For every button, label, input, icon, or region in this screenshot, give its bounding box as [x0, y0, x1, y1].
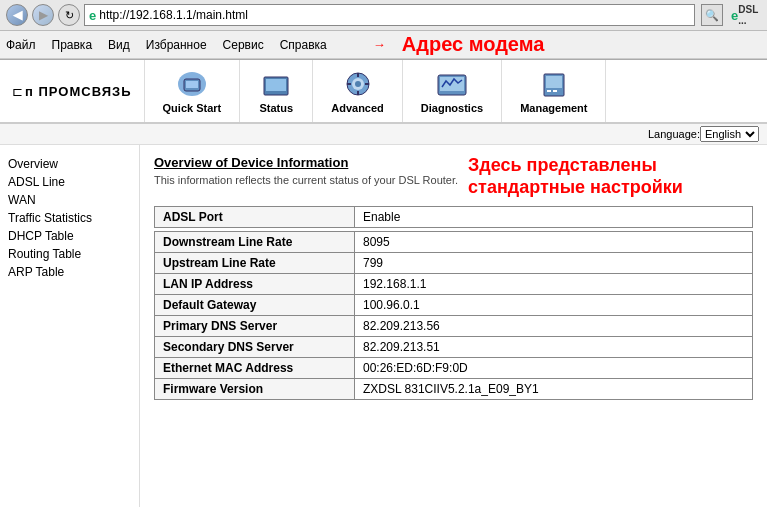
nav-status[interactable]: Status: [240, 60, 313, 122]
search-button[interactable]: 🔍: [701, 4, 723, 26]
sidebar-item-overview[interactable]: Overview: [8, 155, 131, 173]
label-secondary-dns: Secondary DNS Server: [155, 337, 355, 358]
arrow-annotation: →: [373, 37, 386, 52]
table-row-adsl-port: ADSL Port Enable: [155, 207, 753, 228]
management-icon: [536, 68, 572, 100]
nav-quick-start[interactable]: Quick Start: [145, 60, 241, 122]
value-primary-dns: 82.209.213.56: [355, 316, 753, 337]
page-header: ⊏ п ПРОМСВЯЗЬ Quick Start: [0, 60, 767, 124]
header-top: ⊏ п ПРОМСВЯЗЬ Quick Start: [0, 60, 767, 122]
menu-help[interactable]: Справка: [280, 38, 327, 52]
label-primary-dns: Primary DNS Server: [155, 316, 355, 337]
label-default-gateway: Default Gateway: [155, 295, 355, 316]
table-row-downstream: Downstream Line Rate 8095: [155, 232, 753, 253]
status-icon: [258, 68, 294, 100]
back-button[interactable]: ◀: [6, 4, 28, 26]
nav-diagnostics[interactable]: Diagnostics: [403, 60, 502, 122]
nav-advanced-label: Advanced: [331, 102, 384, 114]
svg-rect-18: [553, 90, 557, 92]
logo-area: ⊏ п ПРОМСВЯЗЬ: [0, 60, 145, 122]
svg-point-8: [355, 81, 361, 87]
table-row-mac: Ethernet MAC Address 00:26:ED:6D:F9:0D: [155, 358, 753, 379]
forward-button[interactable]: ▶: [32, 4, 54, 26]
browser-logo-text: e DSL ...: [731, 4, 761, 26]
sidebar-item-wan[interactable]: WAN: [8, 191, 131, 209]
address-annotation: Адрес модема: [402, 33, 545, 56]
address-bar: e: [84, 4, 695, 26]
value-firmware: ZXDSL 831CIIV5.2.1a_E09_BY1: [355, 379, 753, 400]
nav-status-label: Status: [259, 102, 293, 114]
label-adsl-port: ADSL Port: [155, 207, 355, 228]
nav-management[interactable]: Management: [502, 60, 606, 122]
nav-diagnostics-label: Diagnostics: [421, 102, 483, 114]
refresh-button[interactable]: ↻: [58, 4, 80, 26]
logo-text: п ПРОМСВЯЗЬ: [25, 84, 132, 99]
address-input[interactable]: [99, 8, 690, 22]
value-downstream: 8095: [355, 232, 753, 253]
value-upstream: 799: [355, 253, 753, 274]
ie-icon: e: [89, 8, 96, 23]
sidebar-item-adsl-line[interactable]: ADSL Line: [8, 173, 131, 191]
svg-rect-17: [547, 90, 551, 92]
language-select[interactable]: English: [700, 126, 759, 142]
label-lan-ip: LAN IP Address: [155, 274, 355, 295]
value-mac: 00:26:ED:6D:F9:0D: [355, 358, 753, 379]
label-firmware: Firmware Version: [155, 379, 355, 400]
sidebar-item-arp-table[interactable]: ARP Table: [8, 263, 131, 281]
sidebar-item-dhcp-table[interactable]: DHCP Table: [8, 227, 131, 245]
nav-advanced[interactable]: Advanced: [313, 60, 403, 122]
menu-bar: Файл Правка Вид Избранное Сервис Справка…: [0, 31, 767, 59]
label-downstream: Downstream Line Rate: [155, 232, 355, 253]
table-row-primary-dns: Primary DNS Server 82.209.213.56: [155, 316, 753, 337]
table-row-default-gateway: Default Gateway 100.96.0.1: [155, 295, 753, 316]
menu-favorites[interactable]: Избранное: [146, 38, 207, 52]
language-label: Language:: [648, 128, 700, 140]
info-table: ADSL Port Enable Downstream Line Rate 80…: [154, 206, 753, 400]
svg-rect-16: [546, 76, 562, 88]
main-content: Overview ADSL Line WAN Traffic Statistic…: [0, 145, 767, 507]
menu-edit[interactable]: Правка: [52, 38, 93, 52]
content-title: Overview of Device Information: [154, 155, 458, 170]
diagnostics-icon: [434, 68, 470, 100]
value-adsl-port: Enable: [355, 207, 753, 228]
table-row-secondary-dns: Secondary DNS Server 82.209.213.51: [155, 337, 753, 358]
value-default-gateway: 100.96.0.1: [355, 295, 753, 316]
advanced-icon: [340, 68, 376, 100]
content-annotation: Здесь представлены стандартные настройки: [468, 155, 683, 198]
browser-chrome: ◀ ▶ ↻ e 🔍 e DSL ... Файл Правка Вид Избр…: [0, 0, 767, 60]
quick-start-icon: [174, 68, 210, 100]
nav-quick-start-label: Quick Start: [163, 102, 222, 114]
content-subtitle: This information reflects the current st…: [154, 174, 458, 186]
sidebar-item-routing-table[interactable]: Routing Table: [8, 245, 131, 263]
svg-rect-5: [272, 91, 280, 94]
browser-toolbar: ◀ ▶ ↻ e 🔍 e DSL ...: [0, 0, 767, 31]
svg-rect-2: [186, 81, 198, 88]
menu-view[interactable]: Вид: [108, 38, 130, 52]
menu-service[interactable]: Сервис: [223, 38, 264, 52]
table-row-upstream: Upstream Line Rate 799: [155, 253, 753, 274]
sidebar: Overview ADSL Line WAN Traffic Statistic…: [0, 145, 140, 507]
language-bar: Language: English: [0, 124, 767, 145]
table-row-lan-ip: LAN IP Address 192.168.1.1: [155, 274, 753, 295]
value-secondary-dns: 82.209.213.51: [355, 337, 753, 358]
content-area: Overview of Device Information This info…: [140, 145, 767, 507]
sidebar-item-traffic-statistics[interactable]: Traffic Statistics: [8, 209, 131, 227]
table-row-firmware: Firmware Version ZXDSL 831CIIV5.2.1a_E09…: [155, 379, 753, 400]
menu-file[interactable]: Файл: [6, 38, 36, 52]
nav-area: Quick Start Status: [145, 60, 767, 122]
nav-management-label: Management: [520, 102, 587, 114]
label-upstream: Upstream Line Rate: [155, 253, 355, 274]
label-mac: Ethernet MAC Address: [155, 358, 355, 379]
svg-rect-4: [266, 79, 286, 91]
logo-bracket: ⊏: [12, 84, 23, 99]
value-lan-ip: 192.168.1.1: [355, 274, 753, 295]
